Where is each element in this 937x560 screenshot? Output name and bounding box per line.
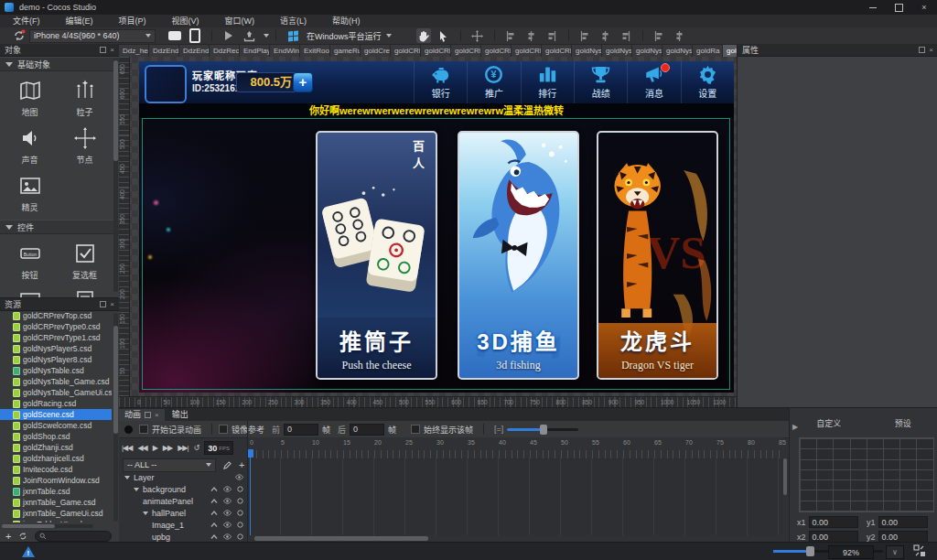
file-item[interactable]: goldScwelcome.csd xyxy=(0,420,112,431)
nav-rank-button[interactable]: 排行 xyxy=(521,61,574,103)
palette-item-sprite[interactable]: 精灵 xyxy=(5,170,55,218)
doc-tab-EndPlay[interactable]: EndPlay xyxy=(240,45,270,57)
doc-tab-goldNys[interactable]: goldNys xyxy=(572,45,602,57)
zoom-options-chevron-icon[interactable]: ∨ xyxy=(886,545,904,559)
game-stage[interactable]: 玩家昵称玩家 ID:25321617 800.5万 + 银行¥推广排行战绩消息设… xyxy=(139,61,734,393)
nav-settings-button[interactable]: 设置 xyxy=(681,61,734,103)
canvas-zoom-handle[interactable] xyxy=(806,546,814,556)
doc-tab-goldCre[interactable]: goldCre xyxy=(361,45,391,57)
visibility-eye-icon[interactable] xyxy=(223,509,232,518)
curve-shortcut-icon[interactable] xyxy=(210,497,218,506)
curve-shortcut-icon[interactable] xyxy=(210,533,218,542)
file-item[interactable]: goldNysTable_Game.csd xyxy=(0,376,112,387)
playhead-marker[interactable] xyxy=(247,449,253,458)
minimize-button[interactable] xyxy=(860,0,886,15)
doc-tab-goldNys[interactable]: goldNys xyxy=(602,45,632,57)
timeline-zoom-handle[interactable] xyxy=(540,425,547,435)
doc-tab-DdzEnd[interactable]: DdzEnd xyxy=(179,45,210,57)
hand-tool-button[interactable] xyxy=(416,28,431,43)
doc-tab-Ddz_hea[interactable]: Ddz_hea xyxy=(119,45,149,57)
palette-item-map[interactable]: 地图 xyxy=(5,75,55,123)
file-item[interactable]: goldNysPlayer8.csd xyxy=(0,354,112,365)
select-tool-button[interactable] xyxy=(436,28,451,43)
timeline-zoom-slider[interactable] xyxy=(507,428,578,431)
before-frames-input[interactable]: 0 xyxy=(284,424,318,436)
menu-item-1[interactable]: 编辑(E) xyxy=(53,15,106,27)
doc-tab-goldNys[interactable]: goldNys xyxy=(632,45,662,57)
timeline-hscrollbar[interactable] xyxy=(254,536,428,541)
tab-custom[interactable]: 自定义 xyxy=(816,417,841,429)
align-right-icon[interactable] xyxy=(544,28,559,43)
play-button[interactable] xyxy=(221,28,236,43)
after-frames-input[interactable]: 0 xyxy=(350,424,384,436)
doc-tab-ExitRoo[interactable]: ExitRoo xyxy=(300,45,330,57)
expand-icon[interactable] xyxy=(124,476,130,479)
visibility-eye-icon[interactable] xyxy=(223,497,232,506)
add-resource-button[interactable]: + xyxy=(5,531,11,542)
distribute-h-icon[interactable] xyxy=(652,28,667,43)
lock-circle-icon[interactable] xyxy=(237,521,243,530)
align-middle-icon[interactable] xyxy=(598,28,613,43)
close-button[interactable]: × xyxy=(911,0,937,15)
curve-shortcut-icon[interactable] xyxy=(210,509,218,518)
layer-row-Image_1[interactable]: Image_1 xyxy=(119,519,247,531)
layer-filter-select[interactable]: -- ALL -- xyxy=(123,458,216,472)
easing-curve-grid[interactable] xyxy=(799,437,934,512)
always-show-checkbox[interactable] xyxy=(411,425,420,434)
menu-item-2[interactable]: 项目(P) xyxy=(106,15,159,27)
palette-item-audio[interactable]: 声音 xyxy=(5,123,55,170)
palette-item-checkbox[interactable]: 复选框 xyxy=(59,238,110,285)
doc-tab-gameRu[interactable]: gameRu xyxy=(330,45,361,57)
file-item[interactable]: goldCRPrevType0.csd xyxy=(0,321,112,332)
skip-start-button[interactable]: |◀◀ xyxy=(122,444,132,452)
menu-item-4[interactable]: 窗口(W) xyxy=(212,15,268,27)
game-card-3d-fishing[interactable]: 3D捕鱼 3d fishing xyxy=(458,131,579,380)
nav-promo-button[interactable]: ¥推广 xyxy=(467,61,520,103)
timeline-ruler[interactable]: 0510152025303540455055606570758085 xyxy=(247,437,783,459)
curve-shortcut-icon[interactable] xyxy=(210,485,218,494)
lock-circle-icon[interactable] xyxy=(237,509,243,518)
fps-display[interactable]: 30FPS xyxy=(204,441,233,455)
doc-tab-goldCRP[interactable]: goldCRP xyxy=(512,45,542,57)
doc-tab-goldCRP[interactable]: goldCRP xyxy=(391,45,421,57)
x1-input[interactable]: 0.00 xyxy=(809,516,858,528)
objects-scrollbar[interactable] xyxy=(113,59,118,292)
doc-tab-EndWin[interactable]: EndWin xyxy=(270,45,300,57)
resources-search-input[interactable] xyxy=(35,531,112,542)
doc-tab-goldCRP[interactable]: goldCRP xyxy=(481,45,512,57)
layer-row-hallPanel[interactable]: hallPanel xyxy=(119,507,247,519)
visibility-eye-icon[interactable] xyxy=(235,473,243,482)
edit-animation-icon[interactable] xyxy=(223,461,232,469)
move-tool-icon[interactable] xyxy=(470,28,485,43)
file-item[interactable]: goldShop.csd xyxy=(0,431,112,442)
align-top-icon[interactable] xyxy=(578,28,593,43)
lock-circle-icon[interactable] xyxy=(237,485,243,494)
portrait-orientation-button[interactable] xyxy=(188,28,202,43)
doc-tab-goldS[interactable]: goldS× xyxy=(723,45,737,57)
panel-close-icon[interactable]: × xyxy=(929,48,933,52)
file-item[interactable]: goldZhanji.csd xyxy=(0,442,112,453)
timeline-tracks[interactable] xyxy=(247,458,783,535)
scene-canvas[interactable]: 玩家昵称玩家 ID:25321617 800.5万 + 银行¥推广排行战绩消息设… xyxy=(119,57,737,396)
publish-options-chevron-icon[interactable] xyxy=(264,34,269,38)
palette-item-particle[interactable]: 粒子 xyxy=(59,75,110,123)
file-item[interactable]: jxnnTable_GameUi.csd xyxy=(0,508,112,519)
resources-scrollbar[interactable] xyxy=(113,313,118,522)
file-item[interactable]: goldNysTable.csd xyxy=(0,365,112,376)
file-item[interactable]: JoinRoomWindow.csd xyxy=(0,475,112,486)
panel-float-icon[interactable] xyxy=(100,301,106,307)
lock-circle-icon[interactable] xyxy=(237,533,243,542)
section-header-1[interactable]: 控件 xyxy=(0,220,119,234)
timeline-vscrollbar[interactable] xyxy=(783,458,787,495)
file-item[interactable]: goldRacing.csd xyxy=(0,398,112,409)
panel-close-icon[interactable]: × xyxy=(155,413,159,417)
distribute-v-icon[interactable] xyxy=(673,28,687,43)
tab-animation[interactable]: 动画 × xyxy=(119,409,165,421)
align-left-icon[interactable] xyxy=(504,28,519,43)
play-button[interactable]: ▶ xyxy=(153,444,157,452)
device-select[interactable]: iPhone 4/4S(960 * 640) xyxy=(29,29,156,43)
skip-end-button[interactable]: ▶▶| xyxy=(178,444,188,452)
nav-trophy-button[interactable]: 战绩 xyxy=(574,61,627,103)
tab-presets[interactable]: 预设 xyxy=(895,417,911,429)
canvas-zoom-value[interactable]: 92% xyxy=(828,545,874,559)
